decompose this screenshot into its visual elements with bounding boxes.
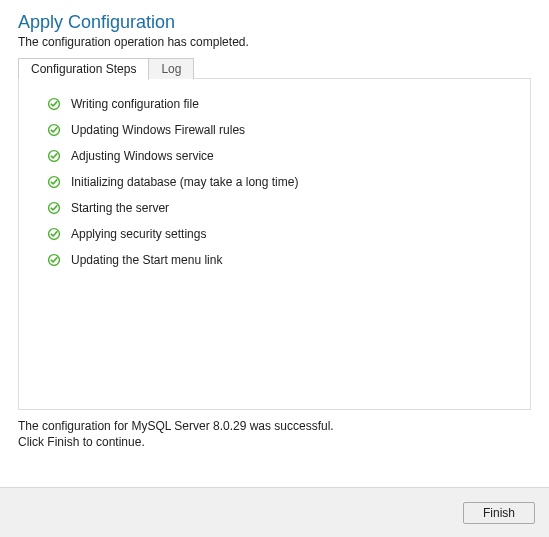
tabs: Configuration Steps Log	[18, 57, 531, 79]
check-icon	[47, 97, 61, 111]
page-title: Apply Configuration	[18, 12, 531, 33]
step-row: Starting the server	[47, 201, 514, 215]
footer-bar: Finish	[0, 487, 549, 537]
tab-log[interactable]: Log	[148, 58, 194, 79]
step-row: Updating the Start menu link	[47, 253, 514, 267]
finish-button[interactable]: Finish	[463, 502, 535, 524]
check-icon	[47, 253, 61, 267]
status-line-1: The configuration for MySQL Server 8.0.2…	[18, 419, 334, 433]
step-label: Updating Windows Firewall rules	[71, 123, 245, 137]
check-icon	[47, 149, 61, 163]
step-label: Updating the Start menu link	[71, 253, 222, 267]
step-row: Writing configuration file	[47, 97, 514, 111]
step-label: Applying security settings	[71, 227, 206, 241]
step-label: Starting the server	[71, 201, 169, 215]
tab-configuration-steps[interactable]: Configuration Steps	[18, 58, 149, 80]
check-icon	[47, 123, 61, 137]
step-row: Applying security settings	[47, 227, 514, 241]
page-subtitle: The configuration operation has complete…	[18, 35, 531, 49]
step-label: Initializing database (may take a long t…	[71, 175, 298, 189]
step-row: Initializing database (may take a long t…	[47, 175, 514, 189]
check-icon	[47, 175, 61, 189]
check-icon	[47, 201, 61, 215]
status-line-2: Click Finish to continue.	[18, 435, 145, 449]
status-message: The configuration for MySQL Server 8.0.2…	[18, 418, 531, 450]
step-row: Updating Windows Firewall rules	[47, 123, 514, 137]
step-label: Writing configuration file	[71, 97, 199, 111]
step-label: Adjusting Windows service	[71, 149, 214, 163]
step-row: Adjusting Windows service	[47, 149, 514, 163]
check-icon	[47, 227, 61, 241]
steps-panel: Writing configuration file Updating Wind…	[18, 78, 531, 410]
